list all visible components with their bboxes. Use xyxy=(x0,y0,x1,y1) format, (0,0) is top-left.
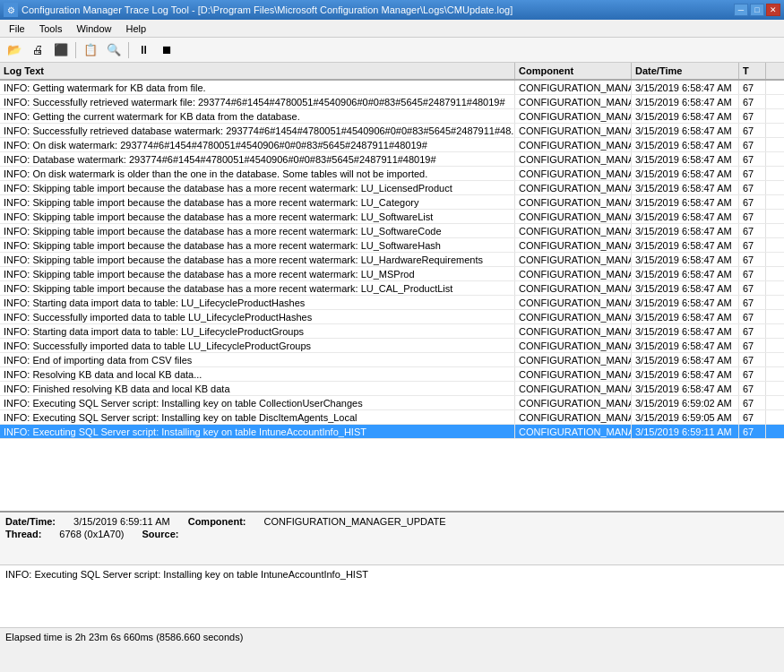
col-header-t[interactable]: T xyxy=(739,63,766,79)
table-row[interactable]: INFO: Executing SQL Server script: Insta… xyxy=(0,410,784,425)
table-row[interactable]: INFO: Skipping table import because the … xyxy=(0,253,784,267)
table-row[interactable]: INFO: On disk watermark is older than th… xyxy=(0,167,784,181)
log-cell-datetime: 3/15/2019 6:58:47 AM xyxy=(632,296,739,309)
table-row[interactable]: INFO: Successfully retrieved watermark f… xyxy=(0,95,784,109)
close-button[interactable]: ✕ xyxy=(766,4,780,16)
log-cell-component: CONFIGURATION_MANA xyxy=(515,353,632,366)
source-label: Source: xyxy=(142,529,179,539)
title-bar-buttons: ─ □ ✕ xyxy=(734,4,780,16)
detail-row-2: Thread: 6768 (0x1A70) Source: xyxy=(5,529,779,539)
toolbar-separator-2 xyxy=(128,42,129,58)
log-cell-datetime: 3/15/2019 6:58:47 AM xyxy=(632,181,739,194)
log-cell-component: CONFIGURATION_MANA xyxy=(515,167,632,180)
table-row[interactable]: INFO: Skipping table import because the … xyxy=(0,181,784,195)
log-cell-datetime: 3/15/2019 6:59:05 AM xyxy=(632,410,739,424)
table-row[interactable]: INFO: Successfully imported data to tabl… xyxy=(0,310,784,324)
copy-button[interactable]: 📋 xyxy=(80,40,101,60)
log-cell-datetime: 3/15/2019 6:58:47 AM xyxy=(632,138,739,151)
log-cell-t: 67 xyxy=(739,95,766,108)
log-cell-t: 67 xyxy=(739,310,766,323)
toolbar: 📂 🖨 ⬛ 📋 🔍 ⏸ ⏹ xyxy=(0,38,784,63)
col-header-component[interactable]: Component xyxy=(515,63,632,79)
log-cell-t: 67 xyxy=(739,195,766,209)
log-cell-text: INFO: Skipping table import because the … xyxy=(0,238,515,252)
table-row[interactable]: INFO: Skipping table import because the … xyxy=(0,267,784,281)
log-cell-datetime: 3/15/2019 6:58:47 AM xyxy=(632,109,739,123)
log-cell-datetime: 3/15/2019 6:58:47 AM xyxy=(632,310,739,323)
table-row[interactable]: INFO: Skipping table import because the … xyxy=(0,224,784,238)
table-row[interactable]: INFO: Executing SQL Server script: Insta… xyxy=(0,396,784,410)
table-row[interactable]: INFO: On disk watermark: 293774#6#1454#4… xyxy=(0,138,784,152)
log-cell-text: INFO: On disk watermark is older than th… xyxy=(0,167,515,180)
log-cell-component: CONFIGURATION_MANA xyxy=(515,152,632,166)
log-area[interactable]: INFO: Getting watermark for KB data from… xyxy=(0,81,784,511)
app-icon: ⚙ xyxy=(4,3,18,17)
log-cell-t: 67 xyxy=(739,124,766,137)
component-label: Component: xyxy=(188,516,246,527)
log-cell-component: CONFIGURATION_MANA xyxy=(515,181,632,194)
log-cell-text: INFO: Skipping table import because the … xyxy=(0,253,515,266)
log-cell-t: 67 xyxy=(739,81,766,94)
table-row[interactable]: INFO: Getting watermark for KB data from… xyxy=(0,81,784,95)
col-header-datetime[interactable]: Date/Time xyxy=(632,63,739,79)
table-row[interactable]: INFO: Database watermark: 293774#6#1454#… xyxy=(0,152,784,167)
menu-help[interactable]: Help xyxy=(119,22,154,36)
component-value: CONFIGURATION_MANAGER_UPDATE xyxy=(263,516,445,527)
table-row[interactable]: INFO: Successfully imported data to tabl… xyxy=(0,339,784,353)
table-row[interactable]: INFO: Skipping table import because the … xyxy=(0,238,784,253)
col-header-logtext[interactable]: Log Text xyxy=(0,63,515,79)
log-cell-t: 67 xyxy=(739,224,766,237)
table-row[interactable]: INFO: Skipping table import because the … xyxy=(0,281,784,296)
menu-bar: File Tools Window Help xyxy=(0,20,784,38)
log-cell-text: INFO: Getting watermark for KB data from… xyxy=(0,81,515,94)
detail-row-1: Date/Time: 3/15/2019 6:59:11 AM Componen… xyxy=(5,516,779,527)
log-cell-t: 67 xyxy=(739,382,766,395)
table-row[interactable]: INFO: Successfully retrieved database wa… xyxy=(0,124,784,138)
log-cell-datetime: 3/15/2019 6:58:47 AM xyxy=(632,152,739,166)
table-row[interactable]: INFO: Resolving KB data and local KB dat… xyxy=(0,367,784,382)
log-cell-component: CONFIGURATION_MANA xyxy=(515,425,632,438)
log-cell-datetime: 3/15/2019 6:58:47 AM xyxy=(632,324,739,338)
table-row[interactable]: INFO: Starting data import data to table… xyxy=(0,324,784,339)
minimize-button[interactable]: ─ xyxy=(734,4,748,16)
log-cell-component: CONFIGURATION_MANA xyxy=(515,324,632,338)
menu-window[interactable]: Window xyxy=(69,22,118,36)
maximize-button[interactable]: □ xyxy=(750,4,764,16)
find-button[interactable]: 🔍 xyxy=(103,40,125,60)
log-cell-component: CONFIGURATION_MANA xyxy=(515,281,632,295)
table-row[interactable]: INFO: Finished resolving KB data and loc… xyxy=(0,382,784,396)
log-cell-text: INFO: Skipping table import because the … xyxy=(0,267,515,280)
table-row[interactable]: INFO: Skipping table import because the … xyxy=(0,210,784,224)
table-row[interactable]: INFO: Skipping table import because the … xyxy=(0,195,784,210)
stop-button[interactable]: ⏹ xyxy=(156,40,177,60)
table-row[interactable]: INFO: Starting data import data to table… xyxy=(0,296,784,310)
log-cell-datetime: 3/15/2019 6:58:47 AM xyxy=(632,124,739,137)
log-cell-component: CONFIGURATION_MANA xyxy=(515,339,632,352)
log-cell-t: 67 xyxy=(739,339,766,352)
table-row[interactable]: INFO: Executing SQL Server script: Insta… xyxy=(0,425,784,439)
menu-tools[interactable]: Tools xyxy=(32,22,70,36)
print-button[interactable]: 🖨 xyxy=(27,40,48,60)
log-cell-text: INFO: Skipping table import because the … xyxy=(0,181,515,194)
log-cell-component: CONFIGURATION_MANA xyxy=(515,296,632,309)
status-bar: Elapsed time is 2h 23m 6s 660ms (8586.66… xyxy=(0,627,784,645)
options-button[interactable]: ⬛ xyxy=(50,40,72,60)
log-cell-component: CONFIGURATION_MANA xyxy=(515,367,632,381)
log-cell-t: 67 xyxy=(739,410,766,424)
log-cell-text: INFO: Finished resolving KB data and loc… xyxy=(0,382,515,395)
detail-panel: Date/Time: 3/15/2019 6:59:11 AM Componen… xyxy=(0,511,784,564)
menu-file[interactable]: File xyxy=(2,22,32,36)
title-bar-text: Configuration Manager Trace Log Tool - [… xyxy=(22,4,734,15)
pause-button[interactable]: ⏸ xyxy=(133,40,154,60)
log-cell-text: INFO: Successfully imported data to tabl… xyxy=(0,310,515,323)
log-cell-component: CONFIGURATION_MANA xyxy=(515,310,632,323)
table-row[interactable]: INFO: End of importing data from CSV fil… xyxy=(0,353,784,367)
status-text: Elapsed time is 2h 23m 6s 660ms (8586.66… xyxy=(5,632,243,642)
log-cell-component: CONFIGURATION_MANA xyxy=(515,267,632,280)
log-cell-text: INFO: Skipping table import because the … xyxy=(0,195,515,209)
table-row[interactable]: INFO: Getting the current watermark for … xyxy=(0,109,784,124)
thread-value: 6768 (0x1A70) xyxy=(59,529,124,539)
log-cell-text: INFO: Resolving KB data and local KB dat… xyxy=(0,367,515,381)
open-button[interactable]: 📂 xyxy=(4,40,25,60)
log-cell-component: CONFIGURATION_MANA xyxy=(515,224,632,237)
